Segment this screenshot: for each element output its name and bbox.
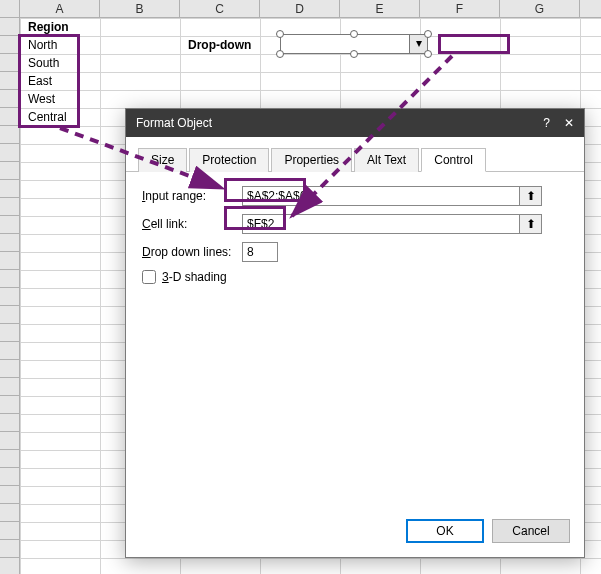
row-header-27[interactable] xyxy=(0,486,19,504)
ok-button[interactable]: OK xyxy=(406,519,484,543)
row-header-3[interactable] xyxy=(0,54,19,72)
cell-a2[interactable]: North xyxy=(24,36,61,54)
row-header-24[interactable] xyxy=(0,432,19,450)
chevron-down-icon: ▾ xyxy=(416,36,422,50)
cell-link-picker-button[interactable]: ⬆ xyxy=(520,214,542,234)
format-object-dialog: Format Object ? ✕ Size Protection Proper… xyxy=(125,108,585,558)
row-header-7[interactable] xyxy=(0,126,19,144)
resize-handle-tr[interactable] xyxy=(424,30,432,38)
shade3d-checkbox[interactable] xyxy=(142,270,156,284)
row-header-18[interactable] xyxy=(0,324,19,342)
resize-handle-bc[interactable] xyxy=(350,50,358,58)
row-header-5[interactable] xyxy=(0,90,19,108)
col-header-c[interactable]: C xyxy=(180,0,260,17)
select-all-cell[interactable] xyxy=(0,0,20,17)
col-header-d[interactable]: D xyxy=(260,0,340,17)
row-header-13[interactable] xyxy=(0,234,19,252)
cell-link-field[interactable] xyxy=(242,214,520,234)
col-header-a[interactable]: A xyxy=(20,0,100,17)
ref-picker-icon: ⬆ xyxy=(526,189,536,203)
row-header-22[interactable] xyxy=(0,396,19,414)
row-header-21[interactable] xyxy=(0,378,19,396)
dropdown-lines-field[interactable] xyxy=(242,242,278,262)
col-header-b[interactable]: B xyxy=(100,0,180,17)
cell-a1[interactable]: Region xyxy=(24,18,73,36)
row-header-1[interactable] xyxy=(0,18,19,36)
resize-handle-tc[interactable] xyxy=(350,30,358,38)
row-header-25[interactable] xyxy=(0,450,19,468)
row-header-4[interactable] xyxy=(0,72,19,90)
close-button[interactable]: ✕ xyxy=(564,109,574,137)
row-header-6[interactable] xyxy=(0,108,19,126)
cell-c2[interactable]: Drop-down xyxy=(184,36,255,54)
cell-a6[interactable]: Central xyxy=(24,108,71,126)
cell-a5[interactable]: West xyxy=(24,90,59,108)
input-range-label: Input range: xyxy=(142,189,242,203)
row-headers xyxy=(0,18,20,574)
resize-handle-bl[interactable] xyxy=(276,50,284,58)
dialog-tabs: Size Protection Properties Alt Text Cont… xyxy=(126,137,584,172)
cell-link-label: Cell link: xyxy=(142,217,242,231)
dialog-title: Format Object xyxy=(136,109,212,137)
col-header-e[interactable]: E xyxy=(340,0,420,17)
resize-handle-tl[interactable] xyxy=(276,30,284,38)
cancel-button[interactable]: Cancel xyxy=(492,519,570,543)
col-header-g[interactable]: G xyxy=(500,0,580,17)
row-header-11[interactable] xyxy=(0,198,19,216)
help-button[interactable]: ? xyxy=(543,109,550,137)
cell-a4[interactable]: East xyxy=(24,72,56,90)
row-header-8[interactable] xyxy=(0,144,19,162)
row-header-14[interactable] xyxy=(0,252,19,270)
row-header-26[interactable] xyxy=(0,468,19,486)
tab-alttext[interactable]: Alt Text xyxy=(354,148,419,172)
row-header-12[interactable] xyxy=(0,216,19,234)
row-header-20[interactable] xyxy=(0,360,19,378)
dialog-titlebar[interactable]: Format Object ? ✕ xyxy=(126,109,584,137)
row-header-17[interactable] xyxy=(0,306,19,324)
tab-protection[interactable]: Protection xyxy=(189,148,269,172)
control-tab-panel: Input range: ⬆ Cell link: ⬆ Drop down li… xyxy=(126,172,584,298)
row-header-2[interactable] xyxy=(0,36,19,54)
input-range-field[interactable] xyxy=(242,186,520,206)
annotation-link-cell xyxy=(438,34,510,54)
row-header-28[interactable] xyxy=(0,504,19,522)
tab-control[interactable]: Control xyxy=(421,148,486,172)
dropdown-lines-label: Drop down lines: xyxy=(142,245,242,259)
shade3d-label: 3-D shading xyxy=(162,270,227,284)
row-header-29[interactable] xyxy=(0,522,19,540)
row-header-15[interactable] xyxy=(0,270,19,288)
shade3d-checkbox-row[interactable]: 3-D shading xyxy=(142,270,568,284)
row-header-19[interactable] xyxy=(0,342,19,360)
row-header-31[interactable] xyxy=(0,558,19,574)
tab-size[interactable]: Size xyxy=(138,148,187,172)
cell-a3[interactable]: South xyxy=(24,54,63,72)
row-header-16[interactable] xyxy=(0,288,19,306)
resize-handle-br[interactable] xyxy=(424,50,432,58)
input-range-picker-button[interactable]: ⬆ xyxy=(520,186,542,206)
row-header-30[interactable] xyxy=(0,540,19,558)
row-header-10[interactable] xyxy=(0,180,19,198)
ref-picker-icon: ⬆ xyxy=(526,217,536,231)
tab-properties[interactable]: Properties xyxy=(271,148,352,172)
row-header-9[interactable] xyxy=(0,162,19,180)
column-headers: A B C D E F G xyxy=(0,0,601,18)
row-header-23[interactable] xyxy=(0,414,19,432)
col-header-f[interactable]: F xyxy=(420,0,500,17)
